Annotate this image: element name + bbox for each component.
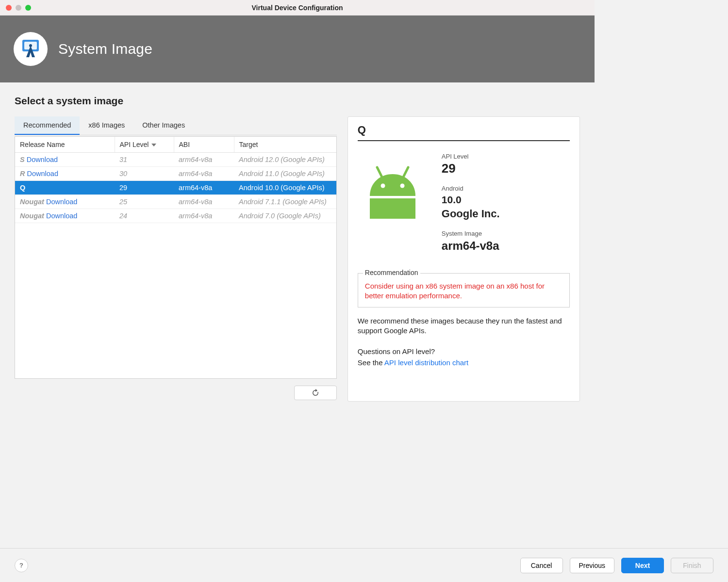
system-image-label: System Image (442, 230, 500, 237)
recommendation-text: Consider using an x86 system image on an… (365, 281, 563, 301)
section-heading: Select a system image (15, 95, 580, 107)
table-row[interactable]: NougatDownload 24 arm64-v8a Android 7.0 … (15, 209, 336, 223)
recommendation-box: Recommendation Consider using an x86 sys… (358, 273, 570, 307)
table-row[interactable]: RDownload 30 arm64-v8a Android 11.0 (Goo… (15, 167, 336, 181)
api-level-label: API Level (442, 153, 500, 160)
download-link[interactable]: Download (46, 212, 78, 220)
col-release-name[interactable]: Release Name (15, 137, 115, 153)
page-title: System Image (58, 41, 152, 57)
table-row-selected[interactable]: Q 29 arm64-v8a Android 10.0 (Google APIs… (15, 181, 336, 195)
api-level-value: 29 (442, 161, 500, 176)
detail-title: Q (358, 124, 570, 141)
download-link[interactable]: Download (46, 198, 78, 206)
android-label: Android (442, 185, 500, 192)
table-row[interactable]: NougatDownload 25 arm64-v8a Android 7.1.… (15, 195, 336, 209)
download-link[interactable]: Download (27, 156, 58, 163)
tab-recommended[interactable]: Recommended (15, 116, 80, 135)
questions-line: Questions on API level? (358, 347, 570, 356)
svg-line-4 (403, 167, 408, 177)
see-line: See the API level distribution chart (358, 358, 570, 367)
tab-x86-images[interactable]: x86 Images (80, 116, 133, 135)
refresh-button[interactable] (294, 386, 337, 400)
refresh-icon (312, 389, 319, 397)
svg-point-6 (400, 184, 405, 188)
sort-desc-icon (151, 144, 156, 146)
system-image-abi: arm64-v8a (442, 239, 500, 253)
android-icon (358, 152, 428, 257)
api-level-distribution-link[interactable]: API level distribution chart (384, 358, 468, 367)
svg-point-5 (381, 184, 385, 188)
svg-line-3 (377, 167, 382, 177)
tab-other-images[interactable]: Other Images (133, 116, 194, 135)
images-table-container: Release Name API Level ABI Target SDownl… (15, 136, 337, 379)
detail-panel: Q API Level 29 Android 10. (347, 116, 580, 402)
svg-point-2 (29, 44, 32, 47)
images-table: Release Name API Level ABI Target SDownl… (15, 137, 336, 223)
table-row[interactable]: SDownload 31 arm64-v8a Android 12.0 (Goo… (15, 153, 336, 167)
detail-labels: API Level 29 Android 10.0 Google Inc. Sy… (442, 152, 500, 257)
vendor-name: Google Inc. (442, 208, 500, 220)
android-studio-icon (14, 32, 48, 66)
col-target[interactable]: Target (234, 137, 336, 153)
tabs-bar: Recommended x86 Images Other Images (15, 116, 337, 135)
col-api-level[interactable]: API Level (115, 137, 174, 153)
titlebar: Virtual Device Configuration (0, 0, 595, 16)
header-banner: System Image (0, 16, 595, 82)
download-link[interactable]: Download (27, 170, 58, 178)
svg-rect-7 (370, 198, 415, 219)
recommendation-note: We recommend these images because they r… (358, 316, 570, 336)
android-version: 10.0 (442, 194, 500, 206)
window-title: Virtual Device Configuration (0, 4, 595, 12)
col-abi[interactable]: ABI (174, 137, 234, 153)
recommendation-legend: Recommendation (363, 269, 420, 276)
